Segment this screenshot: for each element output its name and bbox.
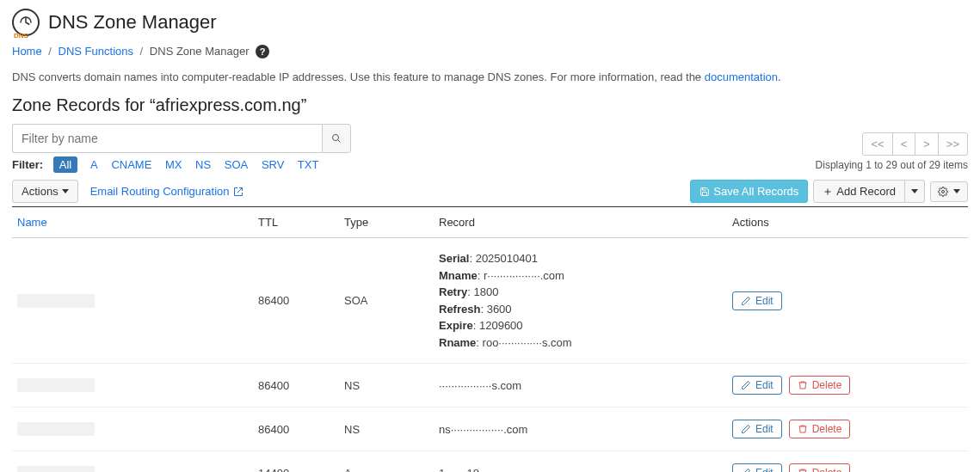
cell-ttl: 86400 xyxy=(253,364,339,408)
chevron-down-icon xyxy=(953,189,960,193)
edit-button[interactable]: Edit xyxy=(732,463,782,472)
edit-button[interactable]: Edit xyxy=(732,376,782,395)
filter-search-button[interactable] xyxy=(322,124,351,153)
dns-zone-icon: DNS xyxy=(12,9,40,36)
breadcrumb: Home / DNS Functions / DNS Zone Manager … xyxy=(12,45,968,58)
breadcrumb-dns-functions[interactable]: DNS Functions xyxy=(59,45,133,58)
section-title: Zone Records for “afriexpress.com.ng” xyxy=(12,95,968,115)
col-header-type: Type xyxy=(339,207,434,238)
filter-type-ns[interactable]: NS xyxy=(195,158,211,171)
search-icon xyxy=(331,133,342,144)
intro-text: DNS converts domain names into computer-… xyxy=(12,70,968,83)
pager-first-button[interactable]: << xyxy=(862,132,892,156)
svg-point-0 xyxy=(333,135,339,141)
filter-input[interactable] xyxy=(12,124,322,153)
filter-type-txt[interactable]: TXT xyxy=(298,158,319,171)
page-title: DNS Zone Manager xyxy=(48,11,217,34)
pager-next-button[interactable]: > xyxy=(915,132,939,156)
save-all-records-button[interactable]: Save All Records xyxy=(690,180,808,203)
cell-name xyxy=(12,451,253,473)
table-row: 86400NS·················s.comEditDelete xyxy=(12,364,968,408)
filter-type-cname[interactable]: CNAME xyxy=(111,158,151,171)
table-row: 14400A1​·······18EditDelete xyxy=(12,451,968,473)
plus-icon xyxy=(823,187,833,197)
gear-icon xyxy=(938,187,948,197)
chevron-down-icon xyxy=(911,189,918,193)
pencil-icon xyxy=(741,380,751,390)
cell-record: ·················s.com xyxy=(434,364,727,408)
edit-button[interactable]: Edit xyxy=(732,291,782,310)
pencil-icon xyxy=(741,424,751,434)
col-header-record: Record xyxy=(434,207,727,238)
delete-button[interactable]: Delete xyxy=(789,420,851,438)
col-header-name[interactable]: Name xyxy=(12,207,253,238)
add-record-button[interactable]: Add Record xyxy=(813,180,905,203)
delete-button[interactable]: Delete xyxy=(789,376,851,395)
filter-type-soa[interactable]: SOA xyxy=(225,158,248,171)
filter-type-all[interactable]: All xyxy=(53,156,77,173)
trash-icon xyxy=(798,468,808,472)
cell-actions: EditDelete xyxy=(727,408,968,451)
pager-status: Displaying 1 to 29 out of 29 items xyxy=(816,159,968,171)
cell-ttl: 86400 xyxy=(253,238,339,364)
pencil-icon xyxy=(741,468,751,472)
cell-name xyxy=(12,238,253,364)
cell-name xyxy=(12,364,253,408)
actions-dropdown-button[interactable]: Actions xyxy=(12,180,78,203)
zone-records-table: Name TTL Type Record Actions 86400SOASer… xyxy=(12,206,968,472)
pager-prev-button[interactable]: < xyxy=(892,132,916,156)
filter-label: Filter: xyxy=(12,158,43,171)
svg-point-1 xyxy=(942,190,945,193)
pager-last-button[interactable]: >> xyxy=(938,132,968,156)
breadcrumb-current: DNS Zone Manager xyxy=(150,45,250,58)
edit-button[interactable]: Edit xyxy=(732,420,782,438)
documentation-link[interactable]: documentation xyxy=(705,70,778,83)
external-link-icon xyxy=(233,187,243,197)
col-header-ttl: TTL xyxy=(253,207,339,238)
cell-record: Serial: 2025010401Mname: r​·············… xyxy=(434,238,727,364)
add-record-dropdown-button[interactable] xyxy=(905,180,925,203)
save-icon xyxy=(700,187,710,197)
trash-icon xyxy=(798,380,808,390)
filter-type-a[interactable]: A xyxy=(90,158,98,171)
cell-type: NS xyxy=(339,408,434,451)
cell-ttl: 86400 xyxy=(253,408,339,451)
cell-type: SOA xyxy=(339,238,434,364)
settings-dropdown-button[interactable] xyxy=(930,181,968,202)
help-icon[interactable]: ? xyxy=(256,45,269,58)
delete-button[interactable]: Delete xyxy=(789,463,851,472)
email-routing-link[interactable]: Email Routing Configuration xyxy=(90,185,243,198)
cell-type: A xyxy=(339,451,434,473)
cell-record: ns​·················.com xyxy=(434,408,727,451)
pencil-icon xyxy=(741,296,751,306)
cell-actions: EditDelete xyxy=(727,451,968,473)
cell-type: NS xyxy=(339,364,434,408)
table-row: 86400SOASerial: 2025010401Mname: r​·····… xyxy=(12,238,968,364)
filter-type-srv[interactable]: SRV xyxy=(262,158,285,171)
breadcrumb-home[interactable]: Home xyxy=(12,45,42,58)
cell-actions: Edit xyxy=(727,238,968,364)
cell-actions: EditDelete xyxy=(727,364,968,408)
table-row: 86400NSns​·················.comEditDelet… xyxy=(12,408,968,451)
chevron-down-icon xyxy=(62,189,69,193)
cell-record: 1​·······18 xyxy=(434,451,727,473)
cell-ttl: 14400 xyxy=(253,451,339,473)
trash-icon xyxy=(798,424,808,434)
cell-name xyxy=(12,408,253,451)
pager: <<<>>> xyxy=(816,132,968,156)
col-header-actions: Actions xyxy=(727,207,968,238)
filter-type-mx[interactable]: MX xyxy=(165,158,182,171)
